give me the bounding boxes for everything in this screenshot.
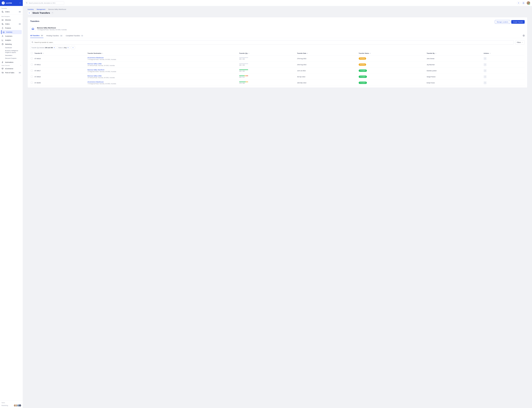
row-actions-button[interactable]: [484, 69, 487, 72]
sidebar-subitem[interactable]: Dashboard: [5, 46, 21, 49]
gear-icon[interactable]: [523, 35, 525, 37]
user-avatar[interactable]: [527, 1, 530, 5]
destination-link[interactable]: Barossa Valley Cellar: [88, 75, 238, 77]
transfer-qty: 458 / 512: [239, 76, 296, 78]
status-badge: Pending: [359, 63, 366, 66]
transfers-card: Transfers Manage Locations Create Transf…: [27, 17, 527, 88]
progress-bar: [239, 63, 248, 64]
sidebar-teams: Teams Marketing +5: [0, 401, 23, 408]
filter-chip: Transfer Qty between 200 and 300✕: [30, 46, 56, 49]
sidebar-item-ecommerce[interactable]: eCommerce: [0, 67, 23, 71]
close-icon[interactable]: ✕: [54, 47, 55, 49]
checkbox[interactable]: [31, 82, 33, 84]
sort-icon: ▲▼: [307, 53, 308, 54]
svg-rect-13: [3, 72, 3, 73]
column-header[interactable]: Transfer Status ▲▼: [358, 51, 426, 56]
svg-point-14: [26, 2, 27, 3]
sidebar-item-customers[interactable]: Customers: [0, 34, 23, 38]
destination-link[interactable]: Barossa Valley Cellar: [88, 63, 238, 65]
sidebar-item-label: Orders: [5, 11, 17, 13]
column-header[interactable]: Actions ▲▼: [483, 51, 525, 56]
row-actions-button[interactable]: [484, 57, 487, 60]
sidebar-item-marketing[interactable]: Marketing: [0, 42, 23, 46]
topbar: [23, 0, 532, 6]
team-name[interactable]: Marketing: [1, 405, 8, 406]
sidebar-item-label: Inventory: [6, 31, 20, 33]
sidebar-item-orders[interactable]: Orders38: [0, 22, 23, 26]
back-button[interactable]: [27, 11, 31, 15]
chevron-up-icon[interactable]: [20, 65, 21, 66]
row-actions-button[interactable]: [484, 63, 487, 66]
svg-point-15: [523, 35, 524, 36]
search-input[interactable]: [25, 1, 64, 5]
tab[interactable]: Completed Transfers5: [66, 34, 83, 38]
transfer-qty: 280 / 280: [239, 64, 296, 66]
table-row: ST-40012Barossa Valley Cellar14 Vertical…: [30, 62, 525, 68]
sidebar-collapse-icon[interactable]: [19, 2, 21, 4]
automations-icon: [1, 61, 4, 63]
filters-button[interactable]: Filters: [515, 40, 525, 44]
close-icon[interactable]: ✕: [67, 47, 69, 49]
svg-rect-11: [2, 68, 3, 69]
sidebar-item-label: eCommerce: [5, 68, 21, 69]
transfer-date: 3rd Apr 2022: [296, 74, 358, 80]
checkbox[interactable]: [31, 58, 33, 60]
checkbox-all[interactable]: [31, 52, 33, 54]
row-actions-button[interactable]: [484, 81, 487, 84]
notifications-button[interactable]: [522, 1, 525, 5]
checkbox[interactable]: [31, 76, 33, 77]
manage-locations-button[interactable]: Manage Locations: [495, 20, 510, 24]
sidebar-subitem[interactable]: Discount Coupons: [5, 57, 21, 60]
transfer-id: ST-39520: [34, 74, 87, 80]
destination-link[interactable]: eCommerce Warehouse: [88, 81, 238, 83]
orders-icon: [1, 11, 4, 13]
column-header[interactable]: Transfer Date ▲▼: [296, 51, 358, 56]
destination-link[interactable]: Barossa Valley Storefront: [88, 69, 238, 71]
warehouse-block: Barossa Valley Warehouse 7-9 Diagonal Ro…: [30, 26, 525, 31]
add-filter-button[interactable]: [71, 46, 75, 49]
column-header[interactable]: Transfer ID ▲▼: [34, 51, 87, 56]
checkbox[interactable]: [31, 70, 33, 71]
tab[interactable]: Pending Transfers11: [46, 34, 63, 38]
sidebar-item-pos[interactable]: Point of Sales38: [0, 71, 23, 75]
pos-icon: [1, 72, 4, 74]
sidebar-item-automations[interactable]: Automations: [0, 60, 23, 64]
checkbox[interactable]: [31, 64, 33, 66]
sidebar-item-inventory[interactable]: Inventory: [1, 30, 22, 34]
section-main-nav-label: Main Navigation: [0, 16, 23, 18]
app-logo[interactable]: vinCRM: [2, 1, 12, 4]
progress-bar: [239, 82, 248, 82]
destination-address: 12 Magnolia Street, Tanunda, SA 5352, Au…: [88, 71, 238, 72]
avatar-more[interactable]: +5: [19, 404, 21, 407]
sidebar-subitem[interactable]: Business Intelligence Insights & reports…: [5, 49, 21, 54]
row-actions-button[interactable]: [484, 75, 487, 78]
tab[interactable]: All Transfers38: [30, 34, 44, 38]
sidebar-item-badge: 38: [18, 72, 21, 74]
wineries-icon: [1, 19, 4, 21]
sidebar-item-orders[interactable]: Orders38: [0, 10, 23, 14]
sidebar-item-wineries[interactable]: Wineries: [0, 18, 23, 22]
destination-link[interactable]: eCommerce Warehouse: [88, 57, 238, 59]
sidebar-item-analytics[interactable]: Analytics: [0, 38, 23, 42]
tab-badge: 11: [60, 35, 63, 36]
breadcrumb-item[interactable]: Inventory: [27, 8, 34, 10]
create-transfer-button[interactable]: Create Transfer: [511, 20, 525, 24]
svg-point-9: [2, 35, 3, 36]
destination-address: 14 Vertical Road, Tanunda, SA 5352, Aust…: [88, 77, 238, 78]
breadcrumb-item[interactable]: Management: [37, 8, 45, 10]
sidebar-item-label: Marketing: [5, 43, 21, 45]
column-header[interactable]: Transfer Destination ▲▼: [87, 51, 239, 56]
help-button[interactable]: ?: [51, 12, 54, 14]
transfer-date: 15th Mar 2022: [296, 80, 358, 86]
products-icon: [1, 27, 4, 29]
sidebar-subitem[interactable]: Newsletters: [5, 54, 21, 57]
add-button[interactable]: [517, 1, 520, 5]
team-avatars[interactable]: +5: [14, 404, 21, 407]
column-header[interactable]: Transfer Qty ▲▼: [239, 51, 296, 56]
column-header[interactable]: Transfer By ▲▼: [426, 51, 483, 56]
sidebar-item-products[interactable]: Products: [0, 26, 23, 30]
search-icon: [32, 41, 33, 43]
svg-rect-12: [2, 72, 3, 73]
transfer-search-input[interactable]: [30, 40, 514, 44]
sidebar-item-label: Customers: [5, 35, 21, 37]
